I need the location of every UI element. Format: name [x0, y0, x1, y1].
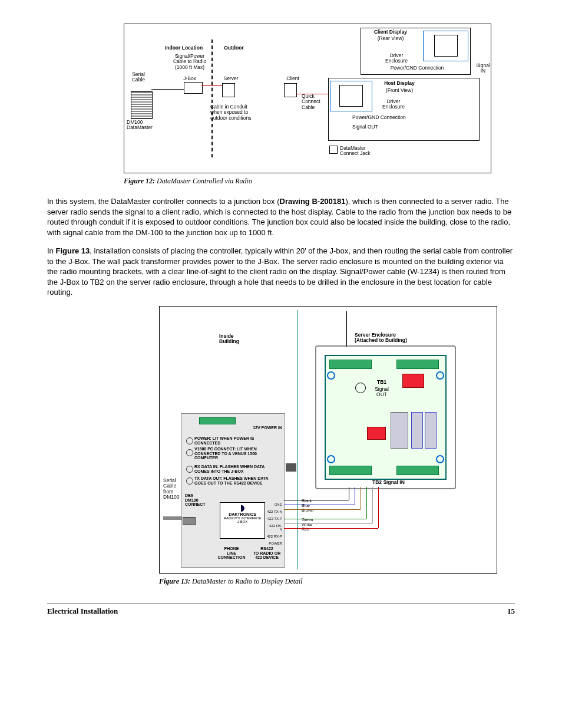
dm100-device-icon [131, 91, 153, 119]
dm-connect-jack-label: DataMaster Connect Jack [340, 146, 393, 157]
figure-13-box: Inside Building Server Enclosure (Attach… [159, 306, 497, 574]
p2-figure-ref: Figure 13 [55, 246, 90, 255]
tb-bottom-right [396, 466, 439, 475]
hole-3 [327, 455, 335, 463]
host-driver-enclosure-box [330, 81, 372, 111]
riser-1 [349, 487, 349, 500]
host-driver-inner [339, 85, 363, 107]
client-icon [284, 83, 297, 97]
host-display-front: (Front View) [376, 88, 423, 93]
tb-top-right [396, 360, 439, 369]
side-wire-labels: GND 422 TX-N 422 TX-P 422 RX-N 422 RX-P … [267, 499, 282, 545]
hole-1 [327, 371, 335, 380]
led-rx-icon [186, 466, 193, 473]
line-client-host [296, 94, 328, 94]
db9-connector-icon [183, 517, 196, 525]
wire-line-6 [284, 528, 378, 529]
host-power-gnd-label: Power/GND Connection [352, 115, 470, 120]
figure-12-caption-label: Figure 12: [124, 177, 155, 185]
serial-cable-from-dm100-label: Serial Cable from DM100 [163, 478, 181, 500]
signal-in-label: Signal IN [471, 63, 495, 74]
client-label: Client [281, 76, 305, 81]
client-display-rear: (Rear View) [367, 36, 414, 41]
client-power-gnd-label: Power/GND Connection [367, 65, 467, 71]
page-footer: Electrical Installation 15 [47, 607, 515, 616]
paragraph-1: In this system, the DataMaster controlle… [47, 196, 515, 238]
antenna-icon [346, 311, 347, 347]
host-display-box: Host Display (Front View) Driver Enclosu… [328, 78, 480, 141]
wire-power: POWER [269, 542, 282, 545]
wire-line-4 [284, 519, 366, 519]
wire-gnd: GND [275, 503, 282, 506]
footer-section-title: Electrical Installation [47, 607, 118, 616]
figure-12-diagram: Indoor Location Outdoor Signal/Power Cab… [128, 28, 487, 169]
figure-12-caption-text: DataMaster Controlled via Radio [157, 177, 252, 185]
led-v1500-label: V1500 PC CONNECT: LIT WHEN CONNECTED TO … [194, 447, 280, 460]
host-driver-enclosure-label: Driver Enclosure [376, 99, 411, 110]
signal-out-srv-label: Signal OUT [367, 387, 396, 398]
p2-text-b: , installation consists of placing the c… [47, 246, 513, 297]
outdoor-label: Outdoor [216, 45, 252, 51]
line-serial [151, 89, 184, 90]
serial-cable-label: Serial Cable [128, 72, 149, 83]
p1-drawing-ref: Drawing B-200181 [280, 197, 346, 206]
led-rx-label: RX DATA IN: FLASHES WHEN DATA COMES INTO… [194, 465, 280, 473]
jbox-panel: 12V POWER IN POWER: LIT WHEN POWER IS CO… [181, 413, 285, 568]
client-driver-inner [434, 35, 458, 57]
riser-3 [361, 487, 361, 509]
wire-line-5 [284, 523, 372, 524]
line-jbox-server [201, 85, 222, 86]
inside-building-label: Inside Building [219, 334, 260, 345]
client-display-title: Client Display [367, 29, 414, 35]
chip-blue-1 [411, 412, 423, 449]
power-plug-icon [286, 463, 296, 472]
dm100-label: DM100 DataMaster [127, 120, 162, 131]
daktronics-block: ◗ DAKTRONICS RADIO/TX INTERFACE J-BOX [220, 502, 265, 539]
chip-red-1 [402, 374, 424, 388]
hole-4 [436, 455, 444, 463]
jbox-icon [184, 82, 203, 94]
figure-13-diagram: Inside Building Server Enclosure (Attach… [163, 310, 493, 569]
figure-12-box: Indoor Location Outdoor Signal/Power Cab… [124, 24, 491, 173]
client-driver-enclosure-label: Driver Enclosure [379, 53, 414, 64]
dm-connect-jack-icon [329, 146, 338, 154]
led-power-icon [186, 437, 193, 444]
wire-422rxp: 422 RX-P [267, 535, 282, 538]
jbox-label: J-Box [181, 76, 199, 81]
chip-gray-1 [391, 412, 408, 449]
wire-422txn: 422 TX-N [267, 510, 282, 513]
chip-red-2 [367, 427, 386, 440]
chip-blue-2 [425, 412, 437, 449]
figure-13-caption-text: DataMaster to Radio to Display Detail [192, 577, 303, 585]
hole-2 [436, 371, 444, 380]
circuit-board: TB1 Signal OUT [325, 355, 447, 480]
jbox-small-label: J-BOX [220, 520, 265, 523]
server-label: Server [219, 76, 243, 81]
tb1-srv-label: TB1 [367, 380, 396, 385]
figure-13-caption-label: Figure 13: [159, 577, 190, 585]
server-icon [222, 83, 235, 97]
host-display-title: Host Display [376, 81, 423, 86]
serial-cable-icon [163, 516, 182, 520]
tb2-signal-in-label: TB2 Signal IN [372, 480, 443, 485]
building-divider [297, 310, 298, 569]
tb-top-left [329, 360, 372, 369]
power-in-label: 12V POWER IN [235, 426, 282, 430]
signal-power-cable-label: Signal/Power Cable to Radio (1000 ft Max… [163, 54, 216, 70]
wire-line-1 [284, 500, 349, 500]
tb-bottom-left [329, 466, 372, 475]
p2-text-a: In [47, 246, 55, 255]
host-signal-out-label: Signal OUT [352, 124, 470, 130]
footer-divider [47, 604, 515, 604]
knob-icon [355, 383, 366, 393]
p1-text-a: In this system, the DataMaster controlle… [47, 197, 280, 206]
led-tx-label: TX DATA OUT: FLASHES WHEN DATA GOES OUT … [194, 476, 280, 485]
quick-connect-label: Quick Connect Cable [302, 94, 331, 110]
paragraph-2: In Figure 13, installation consists of p… [47, 246, 515, 298]
jbox-top-block [199, 417, 236, 424]
wire-422rxn: 422 RX-N [269, 524, 282, 531]
server-enclosure-box: TB1 Signal OUT [315, 345, 456, 489]
daktronics-logo-icon: ◗ [220, 503, 265, 512]
client-display-box: Client Display (Rear View) Driver Enclos… [361, 28, 471, 75]
riser-6 [378, 487, 379, 528]
